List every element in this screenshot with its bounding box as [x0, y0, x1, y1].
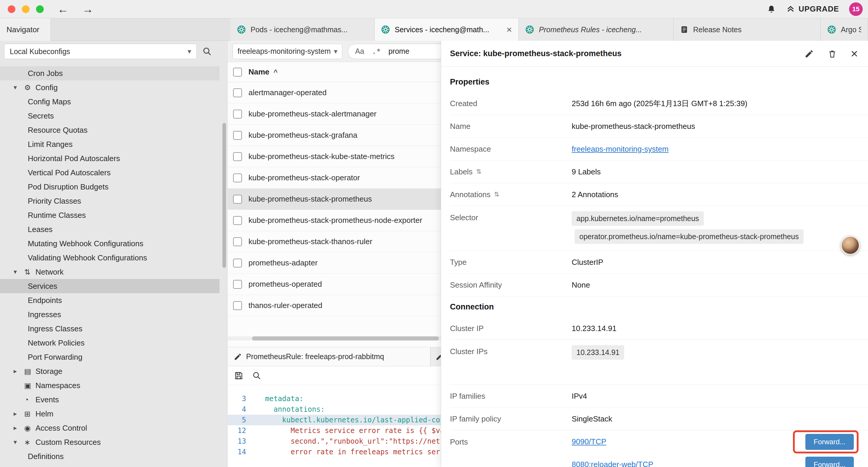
sidebar-item-horizontal-pod-autoscalers[interactable]: Horizontal Pod Autoscalers	[0, 151, 219, 166]
sidebar-item-pod-disruption-budgets[interactable]: Pod Disruption Budgets	[0, 180, 219, 194]
sidebar-item-network-policies[interactable]: Network Policies	[0, 336, 219, 350]
row-checkbox[interactable]	[233, 131, 242, 140]
regex-toggle[interactable]: .*	[372, 47, 381, 56]
sort-asc-icon[interactable]: ^	[274, 68, 278, 76]
kubeconfig-select[interactable]: Local Kubeconfigs ▾	[4, 44, 197, 59]
port-link[interactable]: 8080:reloader-web/TCP	[572, 460, 653, 467]
sidebar-item-config-maps[interactable]: Config Maps	[0, 95, 219, 109]
table-row[interactable]: prometheus-adapter	[228, 253, 441, 274]
editor-line[interactable]: 4 annotations:	[228, 404, 441, 415]
tab-pods-icecheng-mathmas[interactable]: Pods - icecheng@mathmas...	[230, 18, 375, 41]
sidebar-item-secrets[interactable]: Secrets	[0, 109, 219, 123]
editor-line[interactable]: 12 Metrics service error rate is {{ $va	[228, 425, 441, 436]
sidebar-item-namespaces[interactable]: ▣Namespaces	[0, 378, 219, 392]
row-checkbox[interactable]	[233, 88, 242, 97]
edit-pencil-icon[interactable]	[804, 49, 814, 59]
window-minimize-icon[interactable]	[22, 5, 30, 13]
chevron-down-icon[interactable]: ▾	[13, 438, 23, 446]
save-icon[interactable]	[234, 371, 244, 381]
close-icon[interactable]: ×	[850, 48, 858, 60]
table-row[interactable]: alertmanager-operated	[228, 82, 441, 104]
sidebar-item-network[interactable]: ▾⇅Network	[0, 265, 219, 279]
table-row[interactable]: prometheus-operated	[228, 274, 441, 295]
sidebar-item-limit-ranges[interactable]: Limit Ranges	[0, 137, 219, 151]
tab-services-icecheng-math[interactable]: Services - icecheng@math...×	[375, 18, 519, 41]
sidebar-item-services[interactable]: Services	[0, 279, 219, 293]
sidebar-item-ingress-classes[interactable]: Ingress Classes	[0, 322, 219, 336]
sidebar-scrollbar[interactable]	[222, 123, 226, 268]
editor-line[interactable]: 5 kubectl.kubernetes.io/last-applied-co	[228, 415, 441, 425]
namespace-link[interactable]: freeleaps-monitoring-system	[572, 145, 669, 153]
editor-line[interactable]: 3metadata:	[228, 393, 441, 404]
row-checkbox[interactable]	[233, 216, 242, 225]
sidebar-search-icon[interactable]	[202, 47, 212, 56]
row-checkbox[interactable]	[233, 174, 242, 182]
forward-button[interactable]: Forward...	[805, 434, 854, 450]
horizontal-scrollbar[interactable]	[228, 337, 441, 341]
back-button[interactable]: ←	[57, 4, 68, 15]
table-row[interactable]: kube-prometheus-stack-prometheus	[228, 188, 441, 210]
chevron-down-icon[interactable]: ▾	[13, 84, 23, 91]
notifications-bell-icon[interactable]	[767, 4, 776, 14]
user-avatar[interactable]	[841, 236, 860, 255]
chevron-right-icon[interactable]: ▸	[13, 410, 23, 418]
row-checkbox[interactable]	[233, 237, 242, 246]
window-zoom-icon[interactable]	[36, 5, 44, 13]
sidebar-item-access-control[interactable]: ▸◉Access Control	[0, 421, 219, 435]
sort-toggle-icon[interactable]: ⇅	[494, 191, 499, 198]
sidebar-item-custom-resources[interactable]: ▾∗Custom Resources	[0, 435, 219, 449]
table-row[interactable]: kube-prometheus-stack-operator	[228, 167, 441, 188]
delete-trash-icon[interactable]	[828, 49, 837, 59]
row-checkbox[interactable]	[233, 152, 242, 161]
row-checkbox[interactable]	[233, 110, 242, 119]
sidebar-item-validating-webhook-configurations[interactable]: Validating Webhook Configurations	[0, 251, 219, 265]
chevron-down-icon[interactable]: ▾	[13, 268, 23, 276]
editor-line[interactable]: 13 second.","runbook_url":"https://net	[228, 436, 441, 447]
editor-line[interactable]: 14 error rate in freeleaps metrics ser	[228, 447, 441, 457]
sidebar-item-cron-jobs[interactable]: Cron Jobs	[0, 66, 219, 80]
sort-toggle-icon[interactable]: ⇅	[476, 168, 482, 176]
row-checkbox[interactable]	[233, 301, 242, 310]
sidebar-item-vertical-pod-autoscalers[interactable]: Vertical Pod Autoscalers	[0, 166, 219, 180]
forward-button[interactable]: Forward...	[805, 457, 854, 467]
table-row[interactable]: kube-prometheus-stack-thanos-ruler	[228, 231, 441, 253]
match-case-toggle[interactable]: Aa	[355, 47, 364, 56]
chevron-right-icon[interactable]: ▸	[13, 368, 23, 375]
sidebar-item-priority-classes[interactable]: Priority Classes	[0, 194, 219, 208]
sidebar-item-helm[interactable]: ▸⊞Helm	[0, 407, 219, 421]
upgrade-button[interactable]: UPGRADE	[786, 4, 839, 13]
sidebar-item-leases[interactable]: Leases	[0, 222, 219, 236]
sidebar-item-port-forwarding[interactable]: Port Forwarding	[0, 350, 219, 364]
table-row[interactable]: thanos-ruler-operated	[228, 295, 441, 316]
tab-close-icon[interactable]: ×	[506, 24, 512, 35]
sidebar-item-ingresses[interactable]: Ingresses	[0, 308, 219, 322]
table-row[interactable]: kube-prometheus-stack-prometheus-node-ex…	[228, 210, 441, 231]
yaml-editor[interactable]: 3metadata:4 annotations:5 kubectl.kubern…	[228, 385, 441, 457]
notification-count-badge[interactable]: 15	[849, 2, 863, 16]
sidebar-item-config[interactable]: ▾⚙Config	[0, 80, 219, 95]
horizontal-scrollbar-thumb[interactable]	[252, 337, 439, 341]
sidebar-item-storage[interactable]: ▸▤Storage	[0, 364, 219, 378]
table-row[interactable]: kube-prometheus-stack-alertmanager	[228, 104, 441, 125]
select-all-checkbox[interactable]	[233, 68, 242, 77]
row-checkbox[interactable]	[233, 195, 242, 204]
chevron-right-icon[interactable]: ▸	[13, 424, 23, 432]
sidebar-item-endpoints[interactable]: Endpoints	[0, 293, 219, 308]
editor-tab-prometheusrule[interactable]: PrometheusRule: freeleaps-prod-rabbitmq	[228, 347, 430, 366]
tab-argo-s[interactable]: Argo S	[821, 18, 868, 41]
table-row[interactable]: kube-prometheus-stack-grafana	[228, 125, 441, 146]
row-checkbox[interactable]	[233, 259, 242, 267]
name-column-header[interactable]: Name	[248, 67, 270, 77]
editor-search-icon[interactable]	[252, 371, 261, 380]
services-search-input[interactable]: Aa .* prome	[348, 44, 441, 59]
port-link[interactable]: 9090/TCP	[572, 437, 606, 446]
table-row[interactable]: kube-prometheus-stack-kube-state-metrics	[228, 146, 441, 167]
window-close-icon[interactable]	[8, 5, 16, 13]
navigator-tab[interactable]: Navigator	[0, 18, 51, 41]
tab-prometheus-rules-icecheng[interactable]: Prometheus Rules - icecheng...	[519, 18, 674, 41]
sidebar-item-resource-quotas[interactable]: Resource Quotas	[0, 123, 219, 137]
editor-tab-partial[interactable]	[431, 347, 441, 366]
sidebar-item-definitions[interactable]: Definitions	[0, 449, 219, 463]
tab-release-notes[interactable]: Release Notes	[674, 18, 821, 41]
namespace-filter-select[interactable]: freeleaps-monitoring-system ▾	[232, 44, 342, 59]
